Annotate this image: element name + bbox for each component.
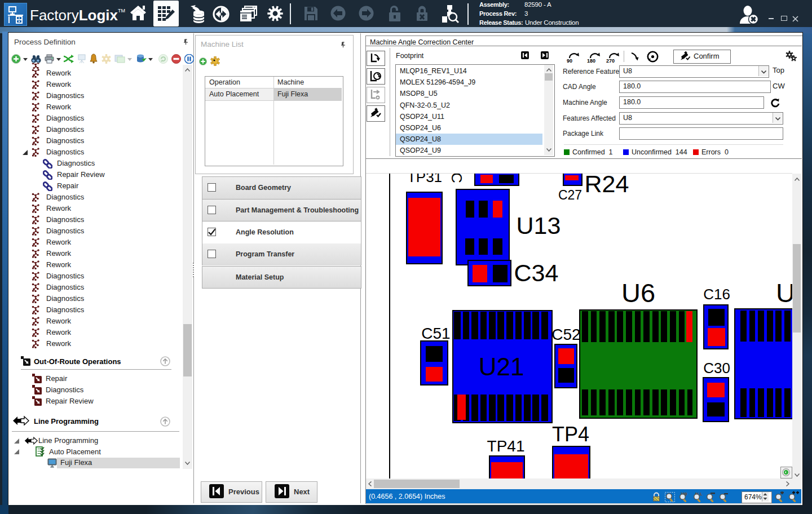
svg-text:90: 90 xyxy=(567,58,572,63)
svg-text:270: 270 xyxy=(606,58,615,63)
svg-text:180: 180 xyxy=(587,58,595,63)
